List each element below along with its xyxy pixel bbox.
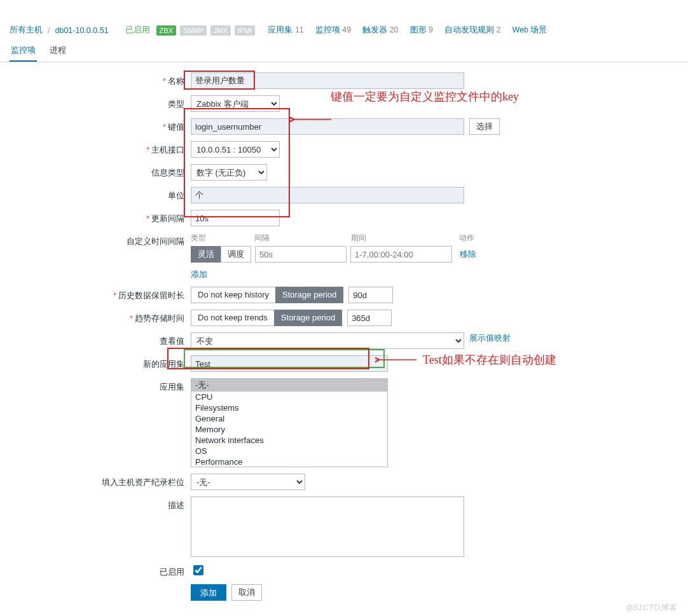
key-select-button[interactable]: 选择 [469, 118, 500, 135]
bc-web[interactable]: Web 场景 [512, 25, 547, 36]
bc-sep: / [45, 26, 52, 35]
enabled-checkbox[interactable] [193, 565, 203, 575]
tab-process[interactable]: 进程 [48, 39, 67, 62]
host-interface-select[interactable]: 10.0.0.51 : 10050 [191, 141, 280, 158]
interval-delay-input[interactable] [255, 246, 347, 263]
history-storage-btn[interactable]: Storage period [275, 287, 343, 303]
badge-jmx: JMX [210, 25, 231, 36]
interval-period-input[interactable] [350, 246, 452, 263]
label-type: 类型 [6, 95, 191, 110]
app-option-none[interactable]: -无- [191, 379, 387, 392]
interval-scheduling-btn[interactable]: 调度 [221, 246, 251, 263]
bc-graphs[interactable]: 图形 9 [410, 25, 433, 36]
app-option-general[interactable]: General [191, 413, 387, 424]
label-trends: *趋势存储时间 [6, 310, 191, 324]
label-unit: 单位 [6, 187, 191, 202]
label-key: *键值 [6, 118, 191, 133]
bc-apps[interactable]: 应用集 11 [268, 25, 303, 36]
breadcrumb: 所有主机 / db01-10.0.0.51 已启用 ZBX SNMP JMX I… [0, 22, 688, 39]
app-option-cpu[interactable]: CPU [191, 392, 387, 402]
badge-zbx: ZBX [156, 25, 176, 36]
label-host-interface: *主机接口 [6, 141, 191, 156]
label-show-value: 查看值 [6, 332, 191, 347]
cancel-button[interactable]: 取消 [231, 584, 262, 601]
annotation-text-key: 键值一定要为自定义监控文件中的key [331, 89, 534, 104]
trends-value-input[interactable] [347, 310, 392, 326]
app-option-performance[interactable]: Performance [191, 456, 387, 467]
interval-add-link[interactable]: 添加 [191, 270, 207, 279]
info-type-select[interactable]: 数字 (无正负) [191, 164, 267, 181]
description-textarea[interactable] [191, 496, 464, 557]
bc-triggers[interactable]: 触发器 20 [362, 25, 398, 36]
show-value-mapping-link[interactable]: 展示值映射 [469, 332, 511, 344]
app-option-memory[interactable]: Memory [191, 424, 387, 435]
interval-header: 类型 间隔 期间 动作 [191, 233, 682, 243]
bc-host[interactable]: db01-10.0.0.51 [55, 26, 108, 35]
watermark: @51CTO博客 [625, 602, 677, 613]
label-description: 描述 [6, 496, 191, 511]
tab-item[interactable]: 监控项 [10, 39, 37, 62]
history-nokeep-btn[interactable]: Do not keep history [191, 287, 276, 303]
annotation-text-app: Test如果不存在则自动创建 [423, 352, 556, 367]
label-enabled: 已启用 [6, 563, 191, 578]
interval-flexible-btn[interactable]: 灵活 [191, 246, 221, 263]
badge-snmp: SNMP [180, 25, 207, 36]
inventory-select[interactable]: -无- [191, 474, 305, 490]
name-input[interactable] [191, 72, 464, 89]
bc-discovery[interactable]: 自动发现规则 2 [444, 25, 500, 36]
badge-ipmi: IPMI [235, 25, 256, 36]
form: *名称 类型 Zabbix 客户端 *键值 选择 *主机接口 10.0.0.51… [0, 62, 688, 616]
app-option-network[interactable]: Network interfaces [191, 435, 387, 446]
app-option-os[interactable]: OS [191, 446, 387, 456]
annotation-arrow-1 [290, 113, 334, 126]
applications-list[interactable]: -无- CPU Filesystems General Memory Netwo… [191, 378, 388, 467]
label-info-type: 信息类型 [6, 164, 191, 179]
show-value-select[interactable]: 不变 [191, 332, 464, 349]
label-update-interval: *更新间隔 [6, 210, 191, 224]
new-application-input[interactable] [191, 355, 388, 372]
host-enabled-status: 已启用 [125, 25, 150, 36]
interval-remove-link[interactable]: 移除 [460, 249, 476, 260]
trends-storage-btn[interactable]: Storage period [274, 310, 342, 326]
annotation-arrow-2 [375, 353, 420, 366]
label-name: *名称 [6, 72, 191, 87]
trends-nokeep-btn[interactable]: Do not keep trends [191, 310, 275, 326]
unit-input[interactable] [191, 187, 464, 203]
history-value-input[interactable] [348, 287, 393, 303]
label-new-application: 新的应用集 [6, 355, 191, 370]
label-applications: 应用集 [6, 378, 191, 393]
bc-all-hosts[interactable]: 所有主机 [10, 25, 43, 36]
label-custom-intervals: 自定义时间间隔 [6, 233, 191, 247]
bc-items[interactable]: 监控项 49 [315, 25, 351, 36]
type-select[interactable]: Zabbix 客户端 [191, 95, 280, 112]
label-inventory: 填入主机资产纪录栏位 [6, 474, 191, 488]
update-interval-input[interactable] [191, 210, 280, 226]
tabs: 监控项 进程 [0, 39, 688, 62]
app-option-filesystems[interactable]: Filesystems [191, 402, 387, 413]
label-history: *历史数据保留时长 [6, 287, 191, 301]
submit-button[interactable]: 添加 [191, 584, 226, 601]
